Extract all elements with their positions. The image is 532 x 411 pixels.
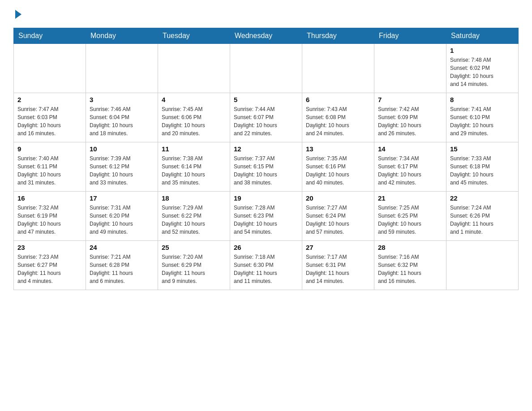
calendar-cell: 7Sunrise: 7:42 AM Sunset: 6:09 PM Daylig… (374, 93, 446, 142)
day-info: Sunrise: 7:23 AM Sunset: 6:27 PM Dayligh… (17, 253, 82, 285)
weekday-header-sunday: Sunday (14, 28, 86, 44)
day-number: 1 (450, 47, 515, 54)
weekday-header-wednesday: Wednesday (230, 28, 302, 44)
day-number: 11 (162, 145, 226, 153)
day-info: Sunrise: 7:24 AM Sunset: 6:26 PM Dayligh… (450, 204, 515, 236)
day-number: 24 (90, 244, 154, 251)
calendar-table: SundayMondayTuesdayWednesdayThursdayFrid… (13, 28, 519, 290)
day-number: 21 (378, 194, 442, 202)
day-info: Sunrise: 7:40 AM Sunset: 6:11 PM Dayligh… (17, 154, 82, 187)
day-number: 20 (306, 194, 370, 202)
day-number: 16 (17, 194, 82, 202)
calendar-cell: 25Sunrise: 7:20 AM Sunset: 6:29 PM Dayli… (158, 241, 230, 290)
calendar-cell: 19Sunrise: 7:28 AM Sunset: 6:23 PM Dayli… (230, 192, 302, 241)
day-number: 28 (378, 244, 442, 251)
day-info: Sunrise: 7:31 AM Sunset: 6:20 PM Dayligh… (90, 204, 154, 236)
day-number: 8 (450, 96, 515, 103)
page-header (13, 9, 519, 19)
day-info: Sunrise: 7:16 AM Sunset: 6:32 PM Dayligh… (378, 253, 442, 285)
weekday-header-row: SundayMondayTuesdayWednesdayThursdayFrid… (14, 28, 519, 44)
day-number: 12 (234, 145, 298, 153)
calendar-cell: 22Sunrise: 7:24 AM Sunset: 6:26 PM Dayli… (446, 192, 519, 241)
day-info: Sunrise: 7:42 AM Sunset: 6:09 PM Dayligh… (378, 105, 442, 137)
calendar-cell: 5Sunrise: 7:44 AM Sunset: 6:07 PM Daylig… (230, 93, 302, 142)
calendar-cell (230, 44, 302, 93)
calendar-cell: 28Sunrise: 7:16 AM Sunset: 6:32 PM Dayli… (374, 241, 446, 290)
calendar-cell: 17Sunrise: 7:31 AM Sunset: 6:20 PM Dayli… (86, 192, 158, 241)
calendar-cell: 6Sunrise: 7:43 AM Sunset: 6:08 PM Daylig… (302, 93, 374, 142)
day-info: Sunrise: 7:18 AM Sunset: 6:30 PM Dayligh… (234, 253, 298, 285)
day-number: 18 (162, 194, 226, 202)
day-number: 25 (162, 244, 226, 251)
day-number: 10 (90, 145, 154, 153)
calendar-cell (158, 44, 230, 93)
day-info: Sunrise: 7:45 AM Sunset: 6:06 PM Dayligh… (162, 105, 226, 137)
day-info: Sunrise: 7:29 AM Sunset: 6:22 PM Dayligh… (162, 204, 226, 236)
day-info: Sunrise: 7:41 AM Sunset: 6:10 PM Dayligh… (450, 105, 515, 137)
calendar-cell (302, 44, 374, 93)
day-number: 2 (17, 96, 82, 103)
day-info: Sunrise: 7:35 AM Sunset: 6:16 PM Dayligh… (306, 154, 370, 187)
weekday-header-tuesday: Tuesday (158, 28, 230, 44)
logo (13, 9, 21, 19)
calendar-cell: 1Sunrise: 7:48 AM Sunset: 6:02 PM Daylig… (446, 44, 519, 93)
day-number: 9 (17, 145, 82, 153)
calendar-cell (14, 44, 86, 93)
calendar-cell: 26Sunrise: 7:18 AM Sunset: 6:30 PM Dayli… (230, 241, 302, 290)
day-info: Sunrise: 7:33 AM Sunset: 6:18 PM Dayligh… (450, 154, 515, 187)
calendar-cell: 9Sunrise: 7:40 AM Sunset: 6:11 PM Daylig… (14, 142, 86, 192)
day-info: Sunrise: 7:44 AM Sunset: 6:07 PM Dayligh… (234, 105, 298, 137)
day-number: 19 (234, 194, 298, 202)
weekday-header-friday: Friday (374, 28, 446, 44)
calendar-cell: 10Sunrise: 7:39 AM Sunset: 6:12 PM Dayli… (86, 142, 158, 192)
day-info: Sunrise: 7:21 AM Sunset: 6:28 PM Dayligh… (90, 253, 154, 285)
day-number: 17 (90, 194, 154, 202)
day-info: Sunrise: 7:38 AM Sunset: 6:14 PM Dayligh… (162, 154, 226, 187)
day-info: Sunrise: 7:37 AM Sunset: 6:15 PM Dayligh… (234, 154, 298, 187)
calendar-cell: 8Sunrise: 7:41 AM Sunset: 6:10 PM Daylig… (446, 93, 519, 142)
day-info: Sunrise: 7:47 AM Sunset: 6:03 PM Dayligh… (17, 105, 82, 137)
calendar-cell: 2Sunrise: 7:47 AM Sunset: 6:03 PM Daylig… (14, 93, 86, 142)
calendar-cell: 11Sunrise: 7:38 AM Sunset: 6:14 PM Dayli… (158, 142, 230, 192)
calendar-cell: 12Sunrise: 7:37 AM Sunset: 6:15 PM Dayli… (230, 142, 302, 192)
calendar-cell: 15Sunrise: 7:33 AM Sunset: 6:18 PM Dayli… (446, 142, 519, 192)
calendar-cell: 23Sunrise: 7:23 AM Sunset: 6:27 PM Dayli… (14, 241, 86, 290)
day-info: Sunrise: 7:34 AM Sunset: 6:17 PM Dayligh… (378, 154, 442, 187)
day-number: 23 (17, 244, 82, 251)
calendar-cell: 4Sunrise: 7:45 AM Sunset: 6:06 PM Daylig… (158, 93, 230, 142)
day-number: 26 (234, 244, 298, 251)
calendar-week-row: 2Sunrise: 7:47 AM Sunset: 6:03 PM Daylig… (14, 93, 519, 142)
calendar-cell: 3Sunrise: 7:46 AM Sunset: 6:04 PM Daylig… (86, 93, 158, 142)
weekday-header-thursday: Thursday (302, 28, 374, 44)
calendar-week-row: 16Sunrise: 7:32 AM Sunset: 6:19 PM Dayli… (14, 192, 519, 241)
day-info: Sunrise: 7:27 AM Sunset: 6:24 PM Dayligh… (306, 204, 370, 236)
calendar-cell: 13Sunrise: 7:35 AM Sunset: 6:16 PM Dayli… (302, 142, 374, 192)
calendar-cell (374, 44, 446, 93)
calendar-cell: 27Sunrise: 7:17 AM Sunset: 6:31 PM Dayli… (302, 241, 374, 290)
day-number: 6 (306, 96, 370, 103)
day-number: 7 (378, 96, 442, 103)
weekday-header-monday: Monday (86, 28, 158, 44)
day-number: 5 (234, 96, 298, 103)
calendar-cell (446, 241, 519, 290)
calendar-week-row: 23Sunrise: 7:23 AM Sunset: 6:27 PM Dayli… (14, 241, 519, 290)
day-info: Sunrise: 7:46 AM Sunset: 6:04 PM Dayligh… (90, 105, 154, 137)
day-info: Sunrise: 7:32 AM Sunset: 6:19 PM Dayligh… (17, 204, 82, 236)
calendar-week-row: 1Sunrise: 7:48 AM Sunset: 6:02 PM Daylig… (14, 44, 519, 93)
calendar-cell: 18Sunrise: 7:29 AM Sunset: 6:22 PM Dayli… (158, 192, 230, 241)
logo-arrow-icon (15, 10, 21, 19)
calendar-cell: 14Sunrise: 7:34 AM Sunset: 6:17 PM Dayli… (374, 142, 446, 192)
day-info: Sunrise: 7:39 AM Sunset: 6:12 PM Dayligh… (90, 154, 154, 187)
day-info: Sunrise: 7:48 AM Sunset: 6:02 PM Dayligh… (450, 56, 515, 88)
day-info: Sunrise: 7:25 AM Sunset: 6:25 PM Dayligh… (378, 204, 442, 236)
day-number: 27 (306, 244, 370, 251)
calendar-cell: 16Sunrise: 7:32 AM Sunset: 6:19 PM Dayli… (14, 192, 86, 241)
day-info: Sunrise: 7:28 AM Sunset: 6:23 PM Dayligh… (234, 204, 298, 236)
calendar-cell: 21Sunrise: 7:25 AM Sunset: 6:25 PM Dayli… (374, 192, 446, 241)
calendar-cell: 20Sunrise: 7:27 AM Sunset: 6:24 PM Dayli… (302, 192, 374, 241)
day-number: 13 (306, 145, 370, 153)
day-number: 14 (378, 145, 442, 153)
calendar-cell: 24Sunrise: 7:21 AM Sunset: 6:28 PM Dayli… (86, 241, 158, 290)
day-number: 4 (162, 96, 226, 103)
day-number: 3 (90, 96, 154, 103)
